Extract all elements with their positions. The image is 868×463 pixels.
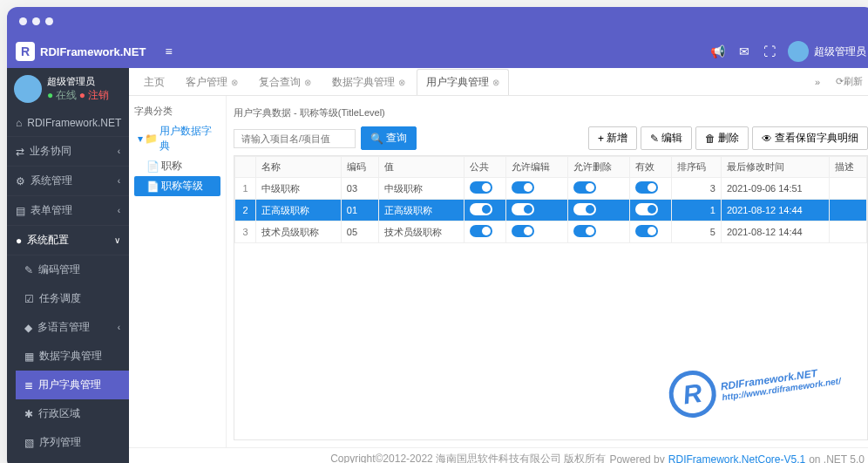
tree-panel: 字典分类 ▾📁用户数据字典 📄职称📄职称等级 bbox=[129, 96, 227, 447]
close-icon[interactable]: ⊗ bbox=[304, 78, 311, 87]
profile-avatar[interactable] bbox=[14, 75, 42, 103]
sidebar-subitem[interactable]: ▧序列管理 bbox=[16, 428, 129, 457]
sidebar-subitem[interactable]: ✎编码管理 bbox=[16, 255, 129, 284]
close-icon[interactable]: ⊗ bbox=[398, 78, 405, 87]
column-header[interactable]: 名称 bbox=[256, 157, 342, 178]
pen-icon: ✎ bbox=[650, 133, 659, 145]
column-header[interactable]: 允许编辑 bbox=[506, 157, 568, 178]
footer-link[interactable]: RDIFramework.NetCore-V5.1 bbox=[668, 453, 805, 464]
menu-icon: ⌂ bbox=[16, 117, 22, 129]
tabs: 主页客户管理⊗复合查询⊗数据字典管理⊗用户字典管理⊗ » ⟳刷新 bbox=[129, 68, 868, 96]
menu-icon: ≣ bbox=[24, 379, 33, 392]
tree-node[interactable]: 📄职称等级 bbox=[134, 176, 220, 196]
switch-toggle[interactable] bbox=[470, 225, 492, 237]
column-header[interactable]: 最后修改时间 bbox=[721, 157, 829, 178]
refresh-button[interactable]: ⟳刷新 bbox=[829, 71, 868, 92]
view-button[interactable]: 👁查看保留字典明细 bbox=[752, 126, 868, 150]
sidebar-item[interactable]: ⌂RDIFramework.NET bbox=[7, 110, 129, 137]
logo-icon: R bbox=[16, 42, 35, 61]
table-row[interactable]: 2正高级职称01正高级职称12021-08-12 14:44 bbox=[235, 200, 867, 221]
switch-toggle[interactable] bbox=[635, 181, 658, 194]
user-name[interactable]: 超级管理员 bbox=[814, 44, 866, 59]
brand: RDIFramework.NET bbox=[40, 45, 146, 58]
switch-toggle[interactable] bbox=[635, 203, 658, 215]
menu-icon: ◆ bbox=[24, 322, 32, 334]
switch-toggle[interactable] bbox=[470, 181, 492, 194]
add-button[interactable]: +新增 bbox=[588, 126, 637, 150]
avatar[interactable] bbox=[788, 41, 809, 62]
announce-icon[interactable]: 📢 bbox=[703, 44, 732, 58]
switch-toggle[interactable] bbox=[573, 225, 596, 237]
tab[interactable]: 数据字典管理⊗ bbox=[322, 69, 415, 95]
menu-icon: ▧ bbox=[24, 437, 34, 449]
mail-icon[interactable]: ✉ bbox=[732, 44, 756, 58]
switch-toggle[interactable] bbox=[470, 203, 492, 215]
panel-title: 用户字典数据 - 职称等级(TitleLevel) bbox=[234, 103, 868, 126]
toolbar: 🔍查询 +新增 ✎编辑 🗑删除 👁查看保留字典明细 bbox=[234, 126, 868, 150]
tree-title: 字典分类 bbox=[134, 101, 220, 121]
browser-titlebar bbox=[7, 7, 868, 35]
dot bbox=[32, 17, 40, 25]
sidebar-subitem[interactable]: ◆多语言管理‹ bbox=[16, 313, 129, 342]
tabs-more-icon[interactable]: » bbox=[808, 73, 827, 91]
table-row[interactable]: 3技术员级职称05技术员级职称52021-08-12 14:44 bbox=[235, 221, 867, 243]
search-icon: 🔍 bbox=[370, 133, 383, 145]
tab[interactable]: 复合查询⊗ bbox=[249, 69, 321, 95]
sidebar-item[interactable]: ⇄业务协同‹ bbox=[7, 137, 129, 167]
plus-icon: + bbox=[598, 133, 604, 145]
chevron-down-icon: ∨ bbox=[114, 235, 120, 245]
data-grid: 名称编码值公共允许编辑允许删除有效排序码最后修改时间描述 1中级职称03中级职称… bbox=[234, 155, 868, 440]
sidebar-subitem[interactable]: ✱行政区域 bbox=[16, 399, 129, 428]
column-header[interactable]: 编码 bbox=[341, 157, 378, 178]
sidebar-subitem[interactable]: ≣用户字典管理 bbox=[16, 371, 129, 399]
sidebar-item-sysconfig[interactable]: ● 系统配置 ∨ bbox=[7, 226, 129, 255]
eye-icon: 👁 bbox=[762, 133, 772, 145]
sidebar-subitem[interactable]: ✂表字段管理 bbox=[16, 457, 129, 463]
logout-link[interactable]: ● 注销 bbox=[79, 89, 110, 101]
menu-icon: ⇄ bbox=[16, 146, 24, 158]
menu-icon: ✎ bbox=[24, 264, 33, 276]
tree-root[interactable]: ▾📁用户数据字典 bbox=[134, 121, 220, 156]
expand-icon[interactable]: ⛶ bbox=[756, 44, 783, 58]
tree-node[interactable]: 📄职称 bbox=[134, 156, 220, 176]
sidebar-item[interactable]: ⚙系统管理‹ bbox=[7, 167, 129, 196]
switch-toggle[interactable] bbox=[573, 203, 596, 215]
chevron-icon: ‹ bbox=[118, 176, 120, 186]
file-icon: 📄 bbox=[146, 180, 159, 193]
menu-icon: ☑ bbox=[24, 293, 34, 305]
search-input[interactable] bbox=[234, 129, 356, 148]
column-header[interactable]: 值 bbox=[379, 157, 465, 178]
menu-icon: ▦ bbox=[24, 351, 34, 363]
menu-icon: ▤ bbox=[16, 205, 25, 217]
switch-toggle[interactable] bbox=[573, 181, 596, 194]
close-icon[interactable]: ⊗ bbox=[492, 78, 499, 87]
menu-icon: ⚙ bbox=[16, 175, 25, 187]
column-header[interactable]: 公共 bbox=[465, 157, 506, 178]
search-button[interactable]: 🔍查询 bbox=[361, 126, 417, 150]
column-header[interactable]: 允许删除 bbox=[567, 157, 629, 178]
tab[interactable]: 客户管理⊗ bbox=[176, 69, 248, 95]
sidebar-item[interactable]: ▤表单管理‹ bbox=[7, 196, 129, 226]
table-row[interactable]: 1中级职称03中级职称32021-09-06 14:51 bbox=[235, 178, 867, 200]
trash-icon: 🗑 bbox=[705, 133, 715, 145]
sidebar-subitem[interactable]: ▦数据字典管理 bbox=[16, 342, 129, 371]
edit-button[interactable]: ✎编辑 bbox=[641, 126, 692, 150]
switch-toggle[interactable] bbox=[512, 203, 534, 215]
menu-toggle-icon[interactable]: ≡ bbox=[158, 44, 179, 58]
tab[interactable]: 用户字典管理⊗ bbox=[417, 69, 509, 95]
delete-button[interactable]: 🗑删除 bbox=[695, 126, 749, 150]
sidebar-subitem[interactable]: ☑任务调度 bbox=[16, 284, 129, 313]
column-header[interactable]: 排序码 bbox=[671, 157, 721, 178]
chevron-icon: ‹ bbox=[118, 323, 120, 332]
switch-toggle[interactable] bbox=[512, 181, 534, 194]
switch-toggle[interactable] bbox=[512, 225, 534, 237]
online-status: ● bbox=[47, 89, 53, 101]
column-header[interactable]: 描述 bbox=[829, 157, 866, 178]
column-header[interactable]: 有效 bbox=[629, 157, 671, 178]
switch-toggle[interactable] bbox=[635, 225, 658, 237]
column-header[interactable] bbox=[235, 157, 256, 178]
profile-name: 超级管理员 bbox=[47, 75, 109, 88]
close-icon[interactable]: ⊗ bbox=[231, 78, 238, 87]
header: R RDIFramework.NET ≡ 📢 ✉ ⛶ 超级管理员 bbox=[7, 35, 868, 68]
tab[interactable]: 主页 bbox=[134, 69, 174, 95]
